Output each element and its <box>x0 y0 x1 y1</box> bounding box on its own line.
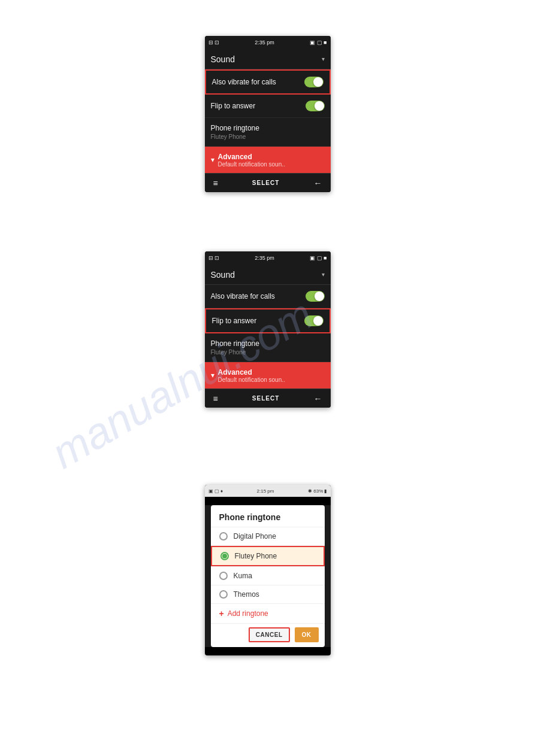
status-bar-2: ⊟ ⊡ 2:35 pm ▣ ▢ ■ <box>205 251 331 265</box>
status-time-3: 2:15 pm <box>257 488 274 494</box>
phone-ringtone-row-1[interactable]: Phone ringtone Flutey Phone <box>205 118 331 147</box>
status-icons-right-3: ✱ 63% ▮ <box>308 488 327 494</box>
phone-screen-3: ▣ ▢ ♦ 2:15 pm ✱ 63% ▮ Phone ringtone Dig… <box>205 485 331 655</box>
status-icons-right-1: ▣ ▢ ■ <box>310 40 327 45</box>
also-vibrate-knob-1 <box>313 77 323 87</box>
option-flutey-phone[interactable]: Flutey Phone <box>211 546 325 566</box>
bottom-nav-2: ≡ SELECT ← <box>205 388 331 408</box>
back-icon-2[interactable]: ← <box>314 394 322 403</box>
label-themos: Themos <box>234 590 259 599</box>
flip-to-answer-knob-1 <box>315 101 324 111</box>
status-bar-3: ▣ ▢ ♦ 2:15 pm ✱ 63% ▮ <box>205 485 331 497</box>
add-ringtone-label[interactable]: Add ringtone <box>228 609 268 618</box>
app-header-1: Sound ▾ <box>205 49 331 69</box>
menu-icon-2[interactable]: ≡ <box>213 394 218 403</box>
status-icons-left-3: ▣ ▢ ♦ <box>208 488 223 494</box>
phone-ringtone-label-1: Phone ringtone <box>211 124 259 132</box>
ok-button[interactable]: OK <box>295 627 319 642</box>
also-vibrate-row-1[interactable]: Also vibrate for calls <box>205 69 331 95</box>
cancel-button[interactable]: CANCEL <box>249 627 290 642</box>
advanced-chevron-icon-1: ▾ <box>211 156 214 164</box>
label-kuma: Kuma <box>234 572 252 580</box>
also-vibrate-label-2: Also vibrate for calls <box>211 292 306 300</box>
advanced-sublabel-2: Default notification soun.. <box>218 377 285 383</box>
phone-screen-1: ⊟ ⊡ 2:35 pm ▣ ▢ ■ Sound ▾ Also vibrate f… <box>205 36 331 192</box>
status-bar-1: ⊟ ⊡ 2:35 pm ▣ ▢ ■ <box>205 36 331 49</box>
dropdown-arrow-1: ▾ <box>322 56 325 62</box>
phone-ringtone-dialog: Phone ringtone Digital Phone Flutey Phon… <box>211 505 325 647</box>
advanced-label-2: Advanced <box>218 368 285 377</box>
app-title-2: Sound <box>211 270 235 280</box>
dialog-background-3: Phone ringtone Digital Phone Flutey Phon… <box>205 505 331 647</box>
also-vibrate-row-2[interactable]: Also vibrate for calls <box>205 285 331 308</box>
plus-icon: + <box>219 609 224 618</box>
advanced-text-group-2: Advanced Default notification soun.. <box>218 368 285 383</box>
advanced-row-1[interactable]: ▾ Advanced Default notification soun.. <box>205 147 331 173</box>
advanced-sublabel-1: Default notification soun.. <box>218 161 285 168</box>
also-vibrate-label-1: Also vibrate for calls <box>212 78 304 86</box>
flip-to-answer-toggle-1[interactable] <box>306 101 325 111</box>
status-icons-right-2: ▣ ▢ ■ <box>310 255 327 261</box>
also-vibrate-toggle-2[interactable] <box>306 291 325 302</box>
status-time-2: 2:35 pm <box>255 255 274 261</box>
phone-ringtone-row-2[interactable]: Phone ringtone Flutey Phone <box>205 333 331 362</box>
select-label-2[interactable]: SELECT <box>252 395 279 402</box>
radio-themos <box>219 590 228 599</box>
add-ringtone-row[interactable]: + Add ringtone <box>211 604 325 623</box>
status-time-1: 2:35 pm <box>255 40 274 45</box>
radio-kuma <box>219 572 228 580</box>
also-vibrate-knob-2 <box>315 292 324 301</box>
label-flutey-phone: Flutey Phone <box>235 552 277 560</box>
flip-to-answer-row-2[interactable]: Flip to answer <box>205 308 331 333</box>
also-vibrate-toggle-1[interactable] <box>304 77 324 87</box>
advanced-text-group-1: Advanced Default notification soun.. <box>218 153 285 168</box>
label-digital-phone: Digital Phone <box>234 532 276 541</box>
status-icons-left-1: ⊟ ⊡ <box>208 40 220 45</box>
flip-to-answer-row-1[interactable]: Flip to answer <box>205 95 331 118</box>
status-icons-left-2: ⊟ ⊡ <box>208 255 220 261</box>
dialog-buttons: CANCEL OK <box>211 624 325 647</box>
phone-screen-2: ⊟ ⊡ 2:35 pm ▣ ▢ ■ Sound ▾ Also vibrate f… <box>205 251 331 408</box>
bottom-nav-1: ≡ SELECT ← <box>205 173 331 192</box>
phone-ringtone-label-2: Phone ringtone <box>211 339 259 348</box>
dropdown-arrow-2: ▾ <box>322 271 325 278</box>
option-kuma[interactable]: Kuma <box>211 567 325 585</box>
flip-to-answer-toggle-2[interactable] <box>304 315 324 326</box>
flip-to-answer-label-2: Flip to answer <box>212 317 304 325</box>
flip-to-answer-label-1: Flip to answer <box>211 102 306 110</box>
back-icon-1[interactable]: ← <box>314 178 322 188</box>
phone-ringtone-text-1: Phone ringtone Flutey Phone <box>211 124 259 140</box>
option-digital-phone[interactable]: Digital Phone <box>211 527 325 545</box>
radio-flutey-phone <box>220 552 229 560</box>
phone-ringtone-sublabel-1: Flutey Phone <box>211 133 259 140</box>
advanced-chevron-icon-2: ▾ <box>211 371 214 379</box>
advanced-label-1: Advanced <box>218 153 285 161</box>
radio-digital-phone <box>219 532 228 541</box>
app-header-2: Sound ▾ <box>205 265 331 285</box>
phone-ringtone-sublabel-2: Flutey Phone <box>211 349 259 356</box>
advanced-row-2[interactable]: ▾ Advanced Default notification soun.. <box>205 362 331 388</box>
option-themos[interactable]: Themos <box>211 585 325 603</box>
phone-ringtone-text-2: Phone ringtone Flutey Phone <box>211 339 259 356</box>
select-label-1[interactable]: SELECT <box>252 180 279 186</box>
flip-to-answer-knob-2 <box>313 316 323 326</box>
dialog-title-3: Phone ringtone <box>211 505 325 527</box>
menu-icon-1[interactable]: ≡ <box>213 178 218 188</box>
app-title-1: Sound <box>211 54 235 64</box>
